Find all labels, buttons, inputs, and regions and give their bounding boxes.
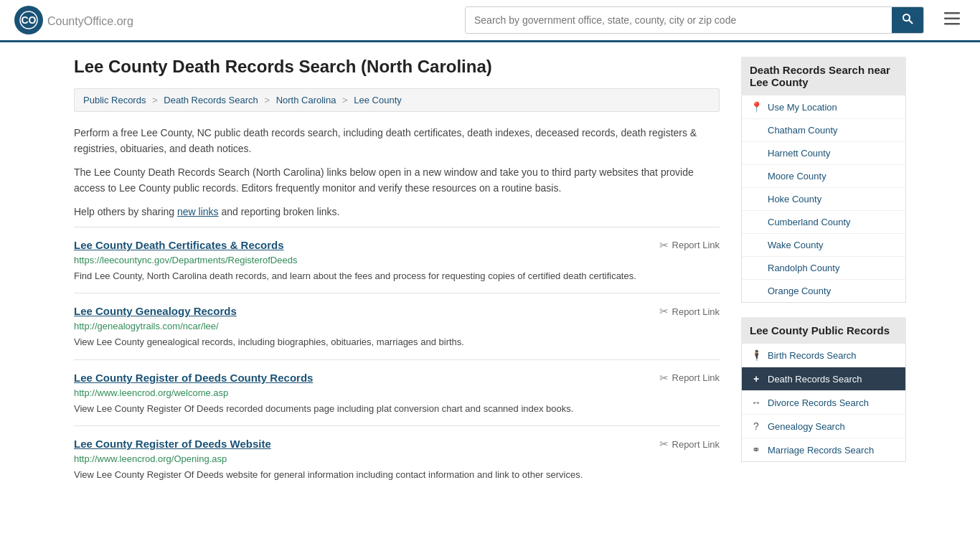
report-link-1[interactable]: ✂ Report Link <box>659 305 720 318</box>
record-card-0: Lee County Death Certificates & Records … <box>74 227 720 293</box>
sidebar-public-records-list: 🕴 Birth Records Search + Death Records S… <box>741 344 906 462</box>
sidebar-nearby-section: Death Records Search near Lee County 📍 U… <box>741 57 906 303</box>
content-area: Lee County Death Records Search (North C… <box>74 57 720 492</box>
sidebar-divorce-records[interactable]: ↔ Divorce Records Search <box>742 391 905 415</box>
sidebar-nearby-list: 📍 Use My Location Chatham County Harnett… <box>741 95 906 303</box>
birth-records-icon: 🕴 <box>750 349 762 361</box>
record-title-0[interactable]: Lee County Death Certificates & Records <box>74 239 284 251</box>
breadcrumb-sep-3: > <box>342 95 348 105</box>
nearby-cumberland-county: Cumberland County <box>768 217 851 227</box>
sidebar-public-records-title: Lee County Public Records <box>741 317 906 344</box>
report-link-3[interactable]: ✂ Report Link <box>659 438 720 451</box>
nearby-hoke-county: Hoke County <box>768 194 821 204</box>
record-title-1[interactable]: Lee County Genealogy Records <box>74 305 237 317</box>
sidebar: Death Records Search near Lee County 📍 U… <box>741 57 906 492</box>
sidebar-birth-records[interactable]: 🕴 Birth Records Search <box>742 344 905 367</box>
nearby-use-my-location: Use My Location <box>768 102 837 113</box>
sidebar-death-records[interactable]: + Death Records Search <box>742 367 905 391</box>
sidebar-marriage-records[interactable]: ⚭ Marriage Records Search <box>742 438 905 461</box>
header: CO CountyOffice.org <box>0 0 980 42</box>
birth-records-label: Birth Records Search <box>768 350 857 361</box>
sidebar-nearby-item-orange[interactable]: Orange County <box>742 280 905 302</box>
description-1: Perform a free Lee County, NC public dea… <box>74 125 720 157</box>
record-url-2: http://www.leencrod.org/welcome.asp <box>74 387 720 398</box>
sidebar-nearby-item-moore[interactable]: Moore County <box>742 165 905 188</box>
record-card-2: Lee County Register of Deeds County Reco… <box>74 359 720 426</box>
breadcrumb-death-records-search[interactable]: Death Records Search <box>164 95 258 105</box>
sidebar-nearby-item-location[interactable]: 📍 Use My Location <box>742 95 905 119</box>
sidebar-nearby-item-hoke[interactable]: Hoke County <box>742 188 905 211</box>
description-2: The Lee County Death Records Search (Nor… <box>74 164 720 197</box>
logo-link[interactable]: CO CountyOffice.org <box>14 6 133 34</box>
report-icon-3: ✂ <box>659 438 669 451</box>
location-icon: 📍 <box>750 101 762 113</box>
record-card-1: Lee County Genealogy Records ✂ Report Li… <box>74 293 720 359</box>
svg-rect-6 <box>944 23 960 25</box>
report-label-1: Report Link <box>672 306 720 317</box>
logo-icon: CO <box>14 6 43 34</box>
record-url-0: https://leecountync.gov/Departments/Regi… <box>74 255 720 265</box>
record-desc-3: View Lee County Register Of Deeds websit… <box>74 468 720 482</box>
death-records-icon: + <box>750 373 762 385</box>
genealogy-icon: ? <box>750 420 762 432</box>
nearby-harnett-county: Harnett County <box>768 148 830 159</box>
death-records-label: Death Records Search <box>768 374 862 385</box>
record-list: Lee County Death Certificates & Records … <box>74 227 720 492</box>
search-button[interactable] <box>892 7 923 33</box>
breadcrumb-sep-2: > <box>264 95 270 105</box>
nearby-moore-county: Moore County <box>768 171 826 182</box>
new-links-link[interactable]: new links <box>177 206 219 217</box>
breadcrumb: Public Records > Death Records Search > … <box>74 88 720 112</box>
search-input[interactable] <box>466 7 892 33</box>
genealogy-label: Genealogy Search <box>768 421 845 432</box>
sidebar-public-records-section: Lee County Public Records 🕴 Birth Record… <box>741 317 906 462</box>
nearby-orange-county: Orange County <box>768 286 831 296</box>
svg-rect-4 <box>944 12 960 14</box>
menu-icon[interactable] <box>938 8 966 32</box>
sidebar-nearby-item-chatham[interactable]: Chatham County <box>742 119 905 142</box>
breadcrumb-sep-1: > <box>152 95 158 105</box>
report-label-0: Report Link <box>672 240 720 250</box>
description-3: Help others by sharing new links and rep… <box>74 204 720 220</box>
record-url-3: http://www.leencrod.org/Opening.asp <box>74 453 720 464</box>
report-link-0[interactable]: ✂ Report Link <box>659 239 720 252</box>
breadcrumb-public-records[interactable]: Public Records <box>83 95 146 105</box>
record-desc-0: Find Lee County, North Carolina death re… <box>74 269 720 283</box>
sidebar-nearby-title: Death Records Search near Lee County <box>741 57 906 95</box>
svg-text:CO: CO <box>22 14 37 26</box>
report-label-3: Report Link <box>672 439 720 450</box>
marriage-records-label: Marriage Records Search <box>768 445 874 456</box>
sidebar-genealogy-search[interactable]: ? Genealogy Search <box>742 415 905 438</box>
divorce-records-icon: ↔ <box>750 397 762 408</box>
record-title-2[interactable]: Lee County Register of Deeds County Reco… <box>74 372 313 384</box>
sidebar-nearby-item-wake[interactable]: Wake County <box>742 234 905 257</box>
nearby-randolph-county: Randolph County <box>768 263 839 273</box>
record-url-1: http://genealogytrails.com/ncar/lee/ <box>74 321 720 331</box>
record-desc-1: View Lee County genealogical records, in… <box>74 335 720 349</box>
svg-line-3 <box>909 20 913 24</box>
svg-point-2 <box>903 14 910 21</box>
report-label-2: Report Link <box>672 372 720 383</box>
breadcrumb-lee-county[interactable]: Lee County <box>354 95 402 105</box>
divorce-records-label: Divorce Records Search <box>768 397 869 408</box>
sidebar-nearby-item-harnett[interactable]: Harnett County <box>742 142 905 165</box>
sidebar-nearby-item-cumberland[interactable]: Cumberland County <box>742 211 905 234</box>
sidebar-nearby-item-randolph[interactable]: Randolph County <box>742 257 905 280</box>
report-icon-2: ✂ <box>659 372 669 385</box>
marriage-records-icon: ⚭ <box>750 444 762 456</box>
page-title: Lee County Death Records Search (North C… <box>74 57 720 77</box>
record-card-3: Lee County Register of Deeds Website ✂ R… <box>74 425 720 492</box>
report-link-2[interactable]: ✂ Report Link <box>659 372 720 385</box>
record-title-3[interactable]: Lee County Register of Deeds Website <box>74 438 271 450</box>
breadcrumb-north-carolina[interactable]: North Carolina <box>276 95 336 105</box>
nearby-chatham-county: Chatham County <box>768 125 838 136</box>
nearby-wake-county: Wake County <box>768 240 824 250</box>
report-icon-1: ✂ <box>659 305 669 318</box>
record-desc-2: View Lee County Register Of Deeds record… <box>74 402 720 416</box>
search-bar <box>465 6 924 34</box>
logo-text: CountyOffice.org <box>47 12 133 29</box>
svg-rect-5 <box>944 18 960 20</box>
report-icon-0: ✂ <box>659 239 669 252</box>
main-container: Lee County Death Records Search (North C… <box>60 42 920 507</box>
